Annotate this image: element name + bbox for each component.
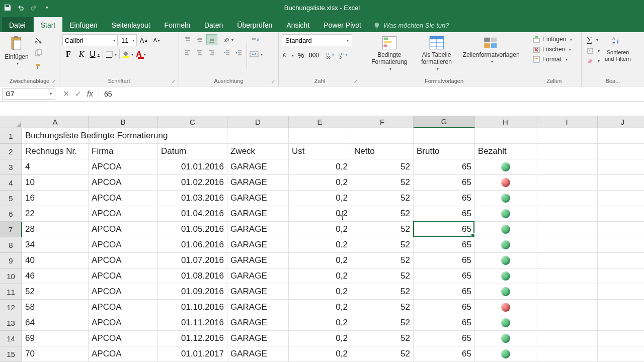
- cell-C3[interactable]: 01.01.2016: [158, 159, 227, 175]
- fill-color-icon[interactable]: ▾: [122, 48, 134, 60]
- col-header-D[interactable]: D: [227, 116, 289, 128]
- cell-C15[interactable]: 01.01.2017: [158, 346, 227, 362]
- row-header-14[interactable]: 14: [0, 331, 22, 346]
- alignment-dialog-icon[interactable]: ⤢: [271, 79, 277, 85]
- cell-E13[interactable]: 0,2: [289, 315, 351, 331]
- cell-J10[interactable]: [598, 268, 644, 284]
- format-painter-icon[interactable]: [32, 60, 44, 72]
- cell-B6[interactable]: APCOA: [89, 206, 158, 222]
- font-color-icon[interactable]: A▾: [135, 48, 147, 60]
- cell-A2[interactable]: Rechnugs Nr.: [22, 144, 89, 159]
- cell-F15[interactable]: 52: [351, 346, 414, 362]
- cell-B1[interactable]: [89, 128, 158, 144]
- wrap-text-icon[interactable]: ab: [249, 34, 263, 46]
- align-center-icon[interactable]: [194, 47, 205, 58]
- align-top-icon[interactable]: [182, 34, 193, 45]
- number-dialog-icon[interactable]: ⤢: [354, 79, 360, 85]
- cell-H4[interactable]: [475, 175, 536, 191]
- cell-E15[interactable]: 0,2: [289, 346, 351, 362]
- increase-decimal-icon[interactable]: ,0,00: [324, 49, 336, 61]
- cell-H12[interactable]: [475, 300, 536, 315]
- cell-F12[interactable]: 52: [351, 300, 414, 315]
- cell-C11[interactable]: 01.09.2016: [158, 284, 227, 300]
- row-header-15[interactable]: 15: [0, 346, 22, 362]
- row-header-2[interactable]: 2: [0, 144, 22, 159]
- cell-D7[interactable]: GARAGE: [227, 222, 289, 237]
- cell-I6[interactable]: [536, 206, 598, 222]
- borders-icon[interactable]: ▾: [105, 48, 117, 60]
- cell-C4[interactable]: 01.02.2016: [158, 175, 227, 191]
- cell-I14[interactable]: [536, 331, 598, 346]
- cell-F3[interactable]: 52: [351, 159, 414, 175]
- cell-A4[interactable]: 10: [22, 175, 89, 191]
- sort-filter-button[interactable]: AZ Sortieren und Filtern: [602, 34, 634, 63]
- cell-A13[interactable]: 64: [22, 315, 89, 331]
- undo-icon[interactable]: [16, 3, 25, 12]
- cell-D12[interactable]: GARAGE: [227, 300, 289, 315]
- cell-A8[interactable]: 34: [22, 237, 89, 253]
- cell-J13[interactable]: [598, 315, 644, 331]
- row-header-1[interactable]: 1: [0, 128, 22, 144]
- cell-J15[interactable]: [598, 346, 644, 362]
- cell-G11[interactable]: 65: [414, 284, 475, 300]
- cell-E6[interactable]: 0,2: [289, 206, 351, 222]
- formula-input[interactable]: 65: [99, 90, 644, 98]
- cell-D11[interactable]: GARAGE: [227, 284, 289, 300]
- cell-D15[interactable]: GARAGE: [227, 346, 289, 362]
- cell-G1[interactable]: [414, 128, 475, 144]
- increase-font-icon[interactable]: A▲: [138, 34, 150, 46]
- cell-B13[interactable]: APCOA: [89, 315, 158, 331]
- cell-I3[interactable]: [536, 159, 598, 175]
- cell-H11[interactable]: [475, 284, 536, 300]
- cell-J2[interactable]: [598, 144, 644, 159]
- fill-icon[interactable]: ▾: [585, 46, 602, 55]
- col-header-C[interactable]: C: [158, 116, 227, 128]
- col-header-B[interactable]: B: [89, 116, 158, 128]
- cell-J1[interactable]: [598, 128, 644, 144]
- delete-cells-button[interactable]: Löschen▾: [530, 44, 573, 54]
- cell-B3[interactable]: APCOA: [89, 159, 158, 175]
- cell-C10[interactable]: 01.08.2016: [158, 268, 227, 284]
- cell-J8[interactable]: [598, 237, 644, 253]
- row-header-12[interactable]: 12: [0, 300, 22, 315]
- row-header-6[interactable]: 6: [0, 206, 22, 222]
- cell-I10[interactable]: [536, 268, 598, 284]
- cell-F2[interactable]: Netto: [351, 144, 414, 159]
- cancel-icon[interactable]: ✕: [60, 88, 71, 100]
- italic-icon[interactable]: K: [75, 48, 88, 60]
- cell-J3[interactable]: [598, 159, 644, 175]
- underline-icon[interactable]: U▾: [89, 48, 101, 60]
- cell-G8[interactable]: 65: [414, 237, 475, 253]
- cell-E2[interactable]: Ust: [289, 144, 351, 159]
- bold-icon[interactable]: F: [62, 48, 74, 60]
- cell-H15[interactable]: [475, 346, 536, 362]
- cell-E11[interactable]: 0,2: [289, 284, 351, 300]
- decrease-indent-icon[interactable]: [221, 47, 232, 58]
- cell-F13[interactable]: 52: [351, 315, 414, 331]
- tab-power pivot[interactable]: Power Pivot: [316, 17, 368, 32]
- cell-H3[interactable]: [475, 159, 536, 175]
- cell-A1[interactable]: Buchungsliste Bedingte Formatierung: [22, 128, 89, 144]
- cell-I9[interactable]: [536, 253, 598, 268]
- save-icon[interactable]: [3, 3, 12, 12]
- cut-icon[interactable]: [32, 34, 44, 46]
- col-header-J[interactable]: J: [598, 116, 644, 128]
- autosum-icon[interactable]: ∑▾: [585, 34, 602, 45]
- tab-start[interactable]: Start: [34, 17, 63, 32]
- tell-me[interactable]: Was möchten Sie tun?: [368, 19, 454, 32]
- cell-J11[interactable]: [598, 284, 644, 300]
- cell-C14[interactable]: 01.12.2016: [158, 331, 227, 346]
- cell-G9[interactable]: 65: [414, 253, 475, 268]
- cell-H2[interactable]: Bezahlt: [475, 144, 536, 159]
- cell-C7[interactable]: 01.05.2016: [158, 222, 227, 237]
- align-bottom-icon[interactable]: [206, 34, 217, 45]
- cell-F11[interactable]: 52: [351, 284, 414, 300]
- cell-E1[interactable]: [289, 128, 351, 144]
- cell-D3[interactable]: GARAGE: [227, 159, 289, 175]
- tab-seitenlayout[interactable]: Seitenlayout: [105, 17, 157, 32]
- row-header-8[interactable]: 8: [0, 237, 22, 253]
- cell-F4[interactable]: 52: [351, 175, 414, 191]
- cell-H7[interactable]: [475, 222, 536, 237]
- cell-J12[interactable]: [598, 300, 644, 315]
- cell-G10[interactable]: 65: [414, 268, 475, 284]
